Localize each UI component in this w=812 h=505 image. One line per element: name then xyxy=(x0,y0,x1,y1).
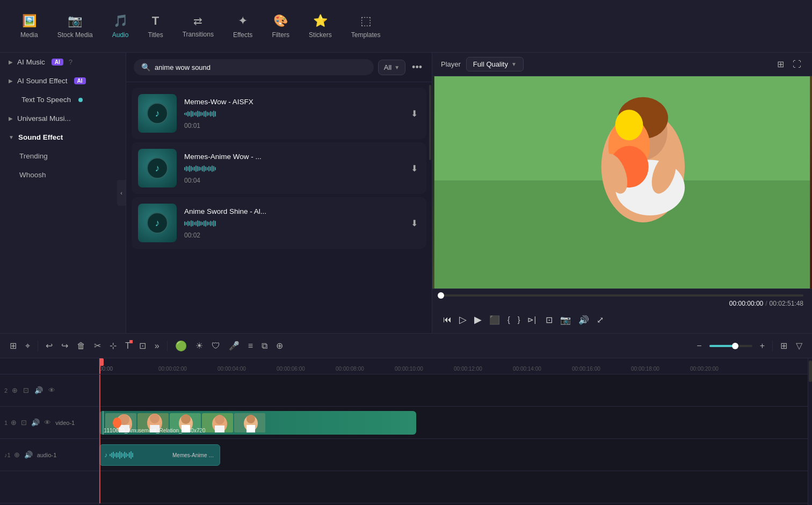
layers-button[interactable]: ⧉ xyxy=(258,339,271,353)
track-number-1: 1 xyxy=(4,420,8,426)
track-row-audio1[interactable]: ♪ xyxy=(99,439,808,471)
track-row-video2[interactable] xyxy=(99,374,808,407)
tracks-area[interactable]: 00:00 00:00:02:00 00:00:04:00 00:00:06:0… xyxy=(99,358,808,505)
track-lock-button-2[interactable]: ⊕ xyxy=(11,385,19,395)
nav-item-transitions[interactable]: ⇄ Transitions xyxy=(173,10,223,42)
step-forward-button[interactable]: ▷ xyxy=(457,312,469,328)
templates-icon: ⬚ xyxy=(360,14,372,28)
zoom-slider[interactable] xyxy=(709,345,752,347)
time-total: 00:02:51:48 xyxy=(770,300,803,307)
add-clip-button[interactable]: ⊕ xyxy=(273,338,286,353)
stop-button[interactable]: ⬛ xyxy=(487,313,502,327)
svg-rect-28 xyxy=(215,425,224,432)
progress-bar[interactable] xyxy=(441,294,803,297)
text-button[interactable]: T xyxy=(122,339,134,353)
settings-button[interactable]: ⤢ xyxy=(595,313,606,327)
sidebar-item-ai-music[interactable]: ▶ AI Music AI ? xyxy=(0,53,126,71)
track-row-video1[interactable]: 1110670_Amusement_Relation_1280x720 xyxy=(99,407,808,439)
delete-button[interactable]: 🗑 xyxy=(74,339,89,353)
time-separator: / xyxy=(765,300,767,307)
audio-item-3[interactable]: ♪ Anime Sword Shine - Al... xyxy=(132,197,426,249)
sidebar-item-ai-sound-effect[interactable]: ▶ AI Sound Effect AI xyxy=(0,71,126,90)
person-detect-button[interactable]: 🟢 xyxy=(172,338,190,354)
undo-button[interactable]: ↩ xyxy=(42,338,56,353)
control-buttons: ⏮ ▷ ▶ ⬛ { } ⊳| ⊡ 📷 🔊 ⤢ xyxy=(441,312,803,328)
more-tools-button[interactable]: » xyxy=(151,339,163,353)
audio-download-button-3[interactable]: ⬇ xyxy=(409,216,420,230)
nav-item-audio[interactable]: 🎵 Audio xyxy=(103,10,139,43)
track-eye-1[interactable]: 👁 xyxy=(43,417,52,428)
timeline-scrollbar[interactable] xyxy=(808,358,812,505)
nav-label-filters: Filters xyxy=(272,31,289,39)
split-button[interactable]: ⊹ xyxy=(106,338,120,353)
sun-button[interactable]: ☀ xyxy=(192,338,206,353)
track-audio-1[interactable]: 🔊 xyxy=(30,417,41,428)
zoom-out-button[interactable]: − xyxy=(693,339,705,353)
audio-track-lock-button[interactable]: ⊕ xyxy=(13,450,21,460)
expand-view-button[interactable]: ⛶ xyxy=(791,57,803,71)
timeline-grid-button[interactable]: ⊞ xyxy=(6,338,20,353)
audio-item-2[interactable]: ♪ Memes-Anime Wow - ... xyxy=(132,142,426,194)
play-button[interactable]: ▶ xyxy=(472,312,484,328)
nav-item-titles[interactable]: T Titles xyxy=(138,10,172,43)
timeline-grid-view-button[interactable]: ⊞ xyxy=(777,338,791,353)
snapshot-button[interactable]: 📷 xyxy=(558,313,573,327)
fullscreen-button[interactable]: ⊡ xyxy=(543,313,555,327)
track-lock-button-1[interactable]: ⊕ xyxy=(10,417,18,428)
ai-music-label: AI Music xyxy=(17,58,45,66)
prev-frame-button[interactable]: ⏮ xyxy=(441,313,454,327)
sidebar-item-text-to-speech[interactable]: Text To Speech xyxy=(0,90,126,109)
shield-button[interactable]: 🛡 xyxy=(208,339,223,353)
nav-item-templates[interactable]: ⬚ Templates xyxy=(342,10,390,43)
nav-item-stock-media[interactable]: 📷 Stock Media xyxy=(48,10,103,43)
sidebar-item-sound-effect[interactable]: ▼ Sound Effect xyxy=(0,128,126,147)
volume-button[interactable]: 🔊 xyxy=(576,313,591,327)
sidebar-item-universal-music[interactable]: ▶ Universal Musi... xyxy=(0,109,126,128)
svg-point-31 xyxy=(247,415,255,423)
audio-clip-1[interactable]: ♪ xyxy=(99,444,220,466)
nav-item-effects[interactable]: ✦ Effects xyxy=(223,10,262,43)
ai-music-help-icon[interactable]: ? xyxy=(69,58,73,66)
zoom-in-button[interactable]: + xyxy=(757,339,768,353)
ruler-mark-2: 00:00:04:00 xyxy=(218,366,246,372)
titles-icon: T xyxy=(152,14,159,28)
list-button[interactable]: ≡ xyxy=(245,339,256,353)
track-add-button-2[interactable]: ⊡ xyxy=(22,385,30,395)
collapse-panel-button[interactable]: ‹ xyxy=(117,180,126,206)
video-clip-1[interactable]: 1110670_Amusement_Relation_1280x720 xyxy=(99,411,416,435)
audio-download-button-2[interactable]: ⬇ xyxy=(409,161,420,176)
redo-button[interactable]: ↪ xyxy=(58,338,71,353)
audio-clip-label: Memes-Anime Wow - Al... xyxy=(172,452,215,458)
cut-button[interactable]: ✂ xyxy=(91,338,104,353)
filter-dropdown[interactable]: All ▼ xyxy=(378,60,405,75)
search-input[interactable] xyxy=(155,63,366,71)
more-options-button[interactable]: ••• xyxy=(410,60,424,75)
sidebar-item-trending[interactable]: Trending xyxy=(0,147,126,165)
mark-out-button[interactable]: } xyxy=(516,313,523,326)
track-eye-2[interactable]: 👁 xyxy=(47,385,56,395)
sidebar-item-whoosh[interactable]: Whoosh xyxy=(0,165,126,184)
nav-item-stickers[interactable]: ⭐ Stickers xyxy=(299,10,342,43)
track-audio-2[interactable]: 🔊 xyxy=(33,385,44,395)
grid-view-button[interactable]: ⊞ xyxy=(775,57,786,71)
nav-item-filters[interactable]: 🎨 Filters xyxy=(262,10,299,43)
video-1-label: video-1 xyxy=(55,420,75,426)
crop-button[interactable]: ⊡ xyxy=(136,338,149,353)
mark-in-button[interactable]: { xyxy=(505,313,512,326)
audio-thumbnail-1: ♪ xyxy=(138,94,177,133)
search-bar: 🔍 All ▼ ••• xyxy=(126,53,432,82)
export-button[interactable]: ⊳| xyxy=(525,313,538,326)
nav-item-media[interactable]: 🖼️ Media xyxy=(11,10,48,43)
timeline-select-button[interactable]: ⌖ xyxy=(22,339,33,353)
player-topbar: Player Full Quality ▼ ⊞ ⛶ xyxy=(432,53,812,76)
track-add-button-1[interactable]: ⊡ xyxy=(20,417,28,428)
audio-track-vol-button[interactable]: 🔊 xyxy=(23,450,34,460)
timeline-expand-button[interactable]: ▽ xyxy=(793,338,806,353)
audio-download-button-1[interactable]: ⬇ xyxy=(409,106,420,121)
svg-point-23 xyxy=(181,414,191,424)
audio-item[interactable]: ♪ Memes-Wow - AISFX xyxy=(132,88,426,139)
quality-dropdown[interactable]: Full Quality ▼ xyxy=(466,57,524,71)
quality-chevron-icon: ▼ xyxy=(511,61,517,67)
toolbar-separator-2 xyxy=(167,341,168,351)
mic-button[interactable]: 🎤 xyxy=(226,338,243,353)
